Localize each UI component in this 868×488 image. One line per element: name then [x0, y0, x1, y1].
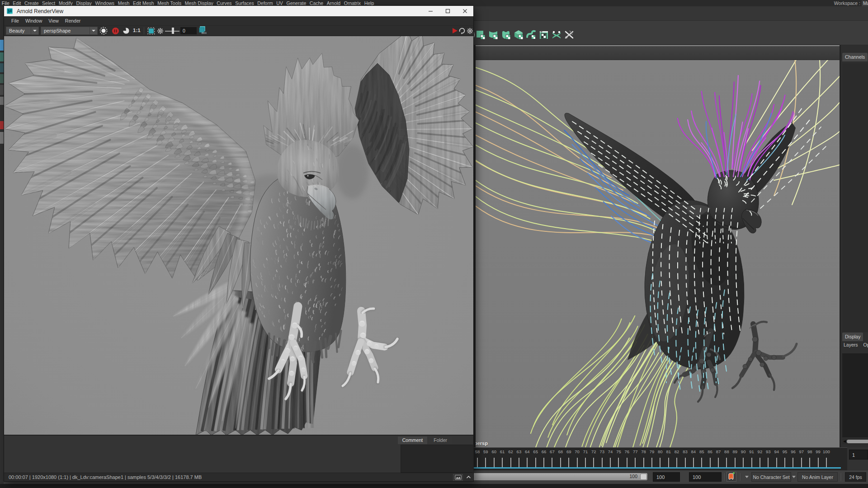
snapshot-button[interactable]	[122, 27, 130, 35]
abort-render-button[interactable]	[111, 27, 119, 35]
viewport-camera-label: persp	[474, 441, 488, 446]
maya-logo-icon	[7, 8, 13, 14]
bdg-button[interactable]: BDG	[198, 26, 207, 34]
render-settings-button[interactable]	[466, 27, 474, 35]
timeline-frame-number: 64	[525, 449, 530, 454]
channels-tab[interactable]: Channels	[842, 53, 868, 61]
range-slider-handle[interactable]	[640, 474, 647, 480]
comment-tab[interactable]: Comment	[398, 436, 428, 444]
close-button[interactable]	[456, 6, 473, 16]
arnold-renderview-window: Arnold RenderView FileWindowViewRender B	[4, 5, 474, 482]
arnold-menu-item[interactable]: Render	[62, 18, 84, 23]
render-view-image[interactable]	[4, 36, 473, 435]
timeline-tick	[743, 458, 744, 467]
panel-gutter	[474, 45, 476, 470]
arnold-titlebar[interactable]: Arnold RenderView	[4, 6, 473, 16]
timeline-frame-number: 65	[533, 449, 538, 454]
spherical-mapping-icon[interactable]	[501, 30, 511, 40]
timeline-frame-number: 62	[508, 449, 513, 454]
timeline-tick	[510, 458, 511, 467]
timeline-tick	[627, 458, 627, 467]
playback-start-field[interactable]: 100	[653, 472, 680, 482]
timeline-tick	[560, 458, 561, 467]
options-menu[interactable]: Op	[863, 342, 868, 347]
display-tab[interactable]: Display	[842, 333, 863, 341]
timeline-tick	[543, 458, 544, 467]
debug-slider-track[interactable]	[175, 31, 179, 32]
image-button[interactable]	[453, 474, 463, 481]
toolbox-item[interactable]	[0, 132, 4, 144]
playback-end-field[interactable]: 100	[689, 472, 722, 482]
timeline-frame-number: 89	[732, 449, 737, 454]
anim-layer-field[interactable]: No Anim Layer	[797, 472, 838, 482]
window-buttons	[422, 6, 473, 16]
range-slider[interactable]: 100	[474, 473, 647, 480]
arnold-menu-items: FileWindowViewRender	[4, 18, 84, 23]
cut-uv-icon[interactable]	[552, 30, 561, 40]
uv-editor-icon[interactable]	[539, 30, 549, 40]
comment-input[interactable]	[401, 445, 473, 473]
zoom-ratio-label[interactable]: 1:1	[133, 28, 141, 33]
aov-dropdown[interactable]: Beauty	[6, 27, 39, 35]
region-render-button[interactable]	[147, 27, 155, 35]
contour-stretch-icon[interactable]	[526, 30, 536, 40]
layers-menu[interactable]: Layers	[844, 342, 858, 347]
dropdown-arrow-icon[interactable]	[31, 27, 38, 34]
current-frame-field[interactable]: 1	[849, 450, 868, 460]
separator	[740, 473, 741, 481]
timeline-tick	[519, 458, 519, 467]
cylindrical-mapping-icon[interactable]	[488, 30, 498, 40]
toolbox-paint-tool[interactable]	[0, 63, 4, 72]
chevron-up-icon[interactable]	[466, 474, 472, 480]
camera-value: perspShape	[41, 28, 90, 33]
planar-mapping-icon[interactable]	[476, 30, 486, 40]
render-start-button[interactable]	[99, 27, 108, 35]
refresh-render-button[interactable]	[458, 27, 466, 35]
character-set-field[interactable]: No Character Set	[751, 472, 791, 482]
arnold-menu-item[interactable]: File	[8, 18, 22, 23]
timeline-tick	[535, 458, 536, 467]
automatic-mapping-icon[interactable]	[514, 30, 524, 40]
debug-value-field[interactable]: 0	[180, 27, 197, 34]
scroll-left-icon[interactable]: ◀	[842, 439, 847, 443]
toolbox-lasso-tool[interactable]	[0, 52, 4, 61]
aov-value: Beauty	[6, 28, 31, 33]
debug-slider-handle[interactable]	[172, 28, 174, 34]
fps-field[interactable]: 24 fps	[845, 472, 866, 482]
toolbox-item[interactable]	[0, 121, 4, 129]
time-slider[interactable]: 5859606162636465666768697071727374757677…	[474, 447, 847, 470]
arnold-menu-item[interactable]: View	[45, 18, 62, 23]
timeline-frame-number: 59	[483, 449, 488, 454]
scroll-thumb[interactable]	[847, 440, 868, 443]
anim-tab-sliver[interactable]	[864, 333, 868, 341]
bottom-strip	[0, 484, 868, 488]
timeline-frame-number: 78	[641, 449, 646, 454]
timeline-tick	[477, 458, 478, 467]
maximize-button[interactable]	[439, 6, 456, 16]
dropdown-arrow-icon[interactable]	[90, 27, 97, 34]
folder-tab[interactable]: Folder	[429, 436, 452, 444]
workspace-dropdown[interactable]: Ma	[862, 0, 868, 6]
toolbox-rotate-tool[interactable]	[0, 85, 4, 95]
toolbox-select-tool[interactable]	[0, 40, 4, 51]
channel-box-scrollbar[interactable]: ◀	[842, 438, 868, 444]
sew-uv-icon[interactable]	[564, 30, 574, 40]
arnold-menu-item[interactable]: Window	[22, 18, 45, 23]
anim-layer-arrow-icon[interactable]	[792, 476, 796, 478]
render-status-text: 00:00:07 | 868x488 (1:1) | dk_Ldv:came…	[9, 474, 202, 480]
isolate-selected-button[interactable]	[156, 27, 164, 35]
viewport-canvas[interactable]	[476, 60, 840, 447]
character-set-arrow-icon[interactable]	[745, 476, 749, 478]
timeline-frame-number: 67	[550, 449, 555, 454]
toolbox-move-tool[interactable]	[0, 74, 4, 83]
viewport-panel[interactable]: persp	[476, 45, 840, 447]
auto-key-button[interactable]	[726, 472, 736, 482]
camera-dropdown[interactable]: perspShape	[41, 27, 98, 35]
timeline-frame-number: 79	[650, 449, 655, 454]
render-start-icon	[99, 27, 108, 35]
toolbox-scale-tool[interactable]	[0, 97, 4, 105]
minimize-button[interactable]	[422, 6, 439, 16]
viewport-toolbar-band	[476, 46, 840, 60]
bdg-icon: BDG	[198, 25, 207, 35]
timeline-tick	[701, 458, 702, 467]
